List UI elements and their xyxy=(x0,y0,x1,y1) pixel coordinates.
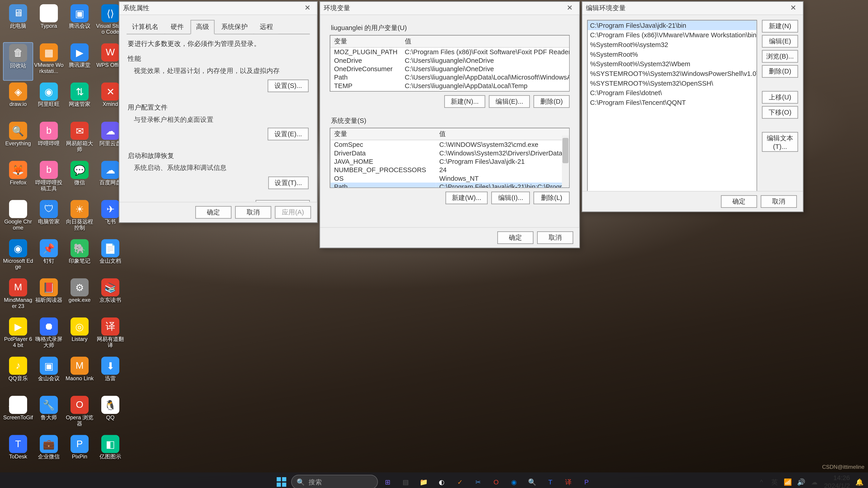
taskbar-app-todo[interactable]: ✓ xyxy=(452,474,468,488)
edit-text-button[interactable]: 编辑文本(T)... xyxy=(762,132,798,152)
desktop-icon[interactable]: MMindManager 23 xyxy=(3,277,33,316)
titlebar[interactable]: 环境变量 ✕ xyxy=(320,2,579,15)
var-row[interactable]: MOZ_PLUGIN_PATHC:\Program Files (x86)\Fo… xyxy=(330,47,569,56)
desktop-icon[interactable]: 📌钉钉 xyxy=(34,238,64,276)
desktop-icon[interactable]: ◈draw.io xyxy=(3,81,33,120)
desktop-icon[interactable]: 📕福昕阅读器 xyxy=(34,277,64,316)
sys-new-button[interactable]: 新建(W)... xyxy=(445,192,488,204)
desktop-icon[interactable]: 📚京东读书 xyxy=(95,277,125,316)
var-row[interactable]: ComSpecC:\WINDOWS\system32\cmd.exe xyxy=(330,140,569,149)
col-variable[interactable]: 变量 xyxy=(330,35,401,47)
sys-edit-button[interactable]: 编辑(I)... xyxy=(492,192,530,204)
desktop-icon[interactable]: 译网易有道翻译 xyxy=(95,316,125,355)
desktop-icon[interactable]: b哔哩哔哩投稿工具 xyxy=(34,160,64,198)
desktop-icon[interactable]: ▶PotPlayer 64 bit xyxy=(3,316,33,355)
settings-button[interactable]: 设置(T)... xyxy=(268,176,309,189)
taskbar-app-everything[interactable]: 🔍 xyxy=(524,474,541,488)
path-item[interactable]: C:\Program Files\Java\jdk-21\bin xyxy=(588,21,756,30)
col-value[interactable]: 值 xyxy=(436,128,569,140)
move-down-button[interactable]: 下移(O) xyxy=(762,106,798,119)
taskbar-app-copilot[interactable]: ⊞ xyxy=(379,474,396,488)
desktop-icon[interactable]: ♪QQ音乐 xyxy=(3,355,33,394)
desktop-icon[interactable]: ◉Microsoft Edge xyxy=(3,238,33,276)
wifi-icon[interactable]: 📶 xyxy=(782,475,794,488)
var-row[interactable]: DriverDataC:\Windows\System32\Drivers\Dr… xyxy=(330,149,569,157)
var-row[interactable]: JAVA_HOMEC:\Program Files\Java\jdk-21 xyxy=(330,157,569,166)
desktop-icon[interactable]: 🐘印象笔记 xyxy=(64,238,94,276)
path-item[interactable]: %SystemRoot%\System32\Wbem xyxy=(588,59,756,69)
sys-vars-list[interactable]: 变量 值 ComSpecC:\WINDOWS\system32\cmd.exeD… xyxy=(330,128,569,188)
desktop-icon[interactable]: ▣腾讯会议 xyxy=(64,3,94,41)
desktop-icon[interactable]: ◧亿图图示 xyxy=(95,434,125,473)
sys-delete-button[interactable]: 删除(L) xyxy=(533,192,569,204)
taskbar-app-task[interactable]: ▤ xyxy=(397,474,414,488)
desktop-icon[interactable]: ⏺嗨格式录屏大师 xyxy=(34,316,64,355)
path-item[interactable]: %SystemRoot%\system32 xyxy=(588,40,756,50)
var-row[interactable]: OneDriveConsumerC:\Users\liuguanglei\One… xyxy=(330,64,569,73)
cancel-button[interactable]: 取消 xyxy=(761,195,797,208)
close-icon[interactable]: ✕ xyxy=(787,3,799,13)
var-row[interactable]: TMPC:\Users\liuguanglei\AppData\Local\Te… xyxy=(330,90,569,92)
start-button[interactable] xyxy=(273,474,290,488)
delete-button[interactable]: 删除(D) xyxy=(762,65,798,78)
titlebar[interactable]: 系统属性 ✕ xyxy=(119,2,317,15)
path-item[interactable]: %SYSTEMROOT%\System32\WindowsPowerShell\… xyxy=(588,69,756,78)
tab-3[interactable]: 系统保护 xyxy=(216,20,253,34)
settings-button[interactable]: 设置(E)... xyxy=(268,128,309,140)
col-value[interactable]: 值 xyxy=(401,35,569,47)
close-icon[interactable]: ✕ xyxy=(563,3,576,13)
path-item[interactable]: %SystemRoot% xyxy=(588,50,756,59)
desktop-icon[interactable]: ✉网易邮箱大师 xyxy=(64,121,94,159)
titlebar[interactable]: 编辑环境变量 ✕ xyxy=(582,2,803,15)
desktop-icon[interactable]: 🦊Firefox xyxy=(3,160,33,198)
ok-button[interactable]: 确定 xyxy=(195,206,231,219)
desktop-icon[interactable]: ☀向日葵远程控制 xyxy=(64,199,94,237)
desktop-icon[interactable]: ◐Google Chrome xyxy=(3,199,33,237)
desktop-icon[interactable]: TToDesk xyxy=(3,434,33,473)
var-row[interactable]: OneDriveC:\Users\liuguanglei\OneDrive xyxy=(330,56,569,64)
volume-icon[interactable]: 🔊 xyxy=(795,475,807,488)
ime-indicator[interactable]: 英 xyxy=(769,475,780,488)
taskbar-app-opera[interactable]: O xyxy=(488,474,504,488)
desktop-icon[interactable]: 🖥此电脑 xyxy=(3,3,33,41)
taskbar-app-edge[interactable]: ◉ xyxy=(506,474,523,488)
desktop-icon[interactable]: ⇅网速管家 xyxy=(64,81,94,120)
desktop-icon[interactable]: ⬇迅雷 xyxy=(95,355,125,394)
taskbar-app-chrome[interactable]: ◐ xyxy=(433,474,450,488)
search-box[interactable]: 🔍 搜索 xyxy=(291,475,378,488)
desktop-icon[interactable]: 🔧鲁大师 xyxy=(34,395,64,433)
desktop-icon[interactable]: TTypora xyxy=(34,3,64,41)
desktop-icon[interactable]: ◎Listary xyxy=(64,316,94,355)
notifications-icon[interactable]: 🔔 xyxy=(854,475,866,488)
taskbar-app-explorer[interactable]: 📁 xyxy=(415,474,432,488)
desktop-icon[interactable]: 🛡电脑管家 xyxy=(34,199,64,237)
desktop-icon[interactable]: 💬微信 xyxy=(64,160,94,198)
taskbar-app-youdao[interactable]: 译 xyxy=(560,474,577,488)
tab-2[interactable]: 高级 xyxy=(191,20,215,34)
var-row[interactable]: TEMPC:\Users\liuguanglei\AppData\Local\T… xyxy=(330,81,569,90)
tab-1[interactable]: 硬件 xyxy=(165,20,189,34)
user-delete-button[interactable]: 删除(D) xyxy=(533,95,569,108)
cancel-button[interactable]: 取消 xyxy=(537,231,573,244)
edit-button[interactable]: 编辑(E) xyxy=(762,35,798,48)
ok-button[interactable]: 确定 xyxy=(721,195,757,208)
tab-0[interactable]: 计算机名 xyxy=(127,20,164,34)
desktop-icon[interactable]: 📄金山文档 xyxy=(95,238,125,276)
clock[interactable]: 14:26 2024/1/2 xyxy=(822,474,852,488)
desktop-icon[interactable]: 💼企业微信 xyxy=(34,434,64,473)
ok-button[interactable]: 确定 xyxy=(497,231,533,244)
desktop-icon[interactable]: PPixPin xyxy=(64,434,94,473)
scrollbar[interactable] xyxy=(562,135,569,187)
desktop-icon[interactable]: S>GScreenToGif xyxy=(3,395,33,433)
path-item[interactable]: C:\Program Files\dotnet\ xyxy=(588,88,756,98)
user-vars-list[interactable]: 变量 值 MOZ_PLUGIN_PATHC:\Program Files (x8… xyxy=(330,35,569,92)
user-edit-button[interactable]: 编辑(E)... xyxy=(489,95,530,108)
path-item[interactable]: C:\Program Files\Tencent\QQNT xyxy=(588,98,756,107)
new-button[interactable]: 新建(N) xyxy=(762,20,798,33)
path-list[interactable]: C:\Program Files\Java\jdk-21\binC:\Progr… xyxy=(587,20,757,195)
tab-4[interactable]: 远程 xyxy=(254,20,278,34)
user-new-button[interactable]: 新建(N)... xyxy=(444,95,486,108)
cancel-button[interactable]: 取消 xyxy=(235,206,271,219)
desktop-icon[interactable]: 🔍Everything xyxy=(3,121,33,159)
var-row[interactable]: PathC:\Users\liuguanglei\AppData\Local\M… xyxy=(330,73,569,81)
